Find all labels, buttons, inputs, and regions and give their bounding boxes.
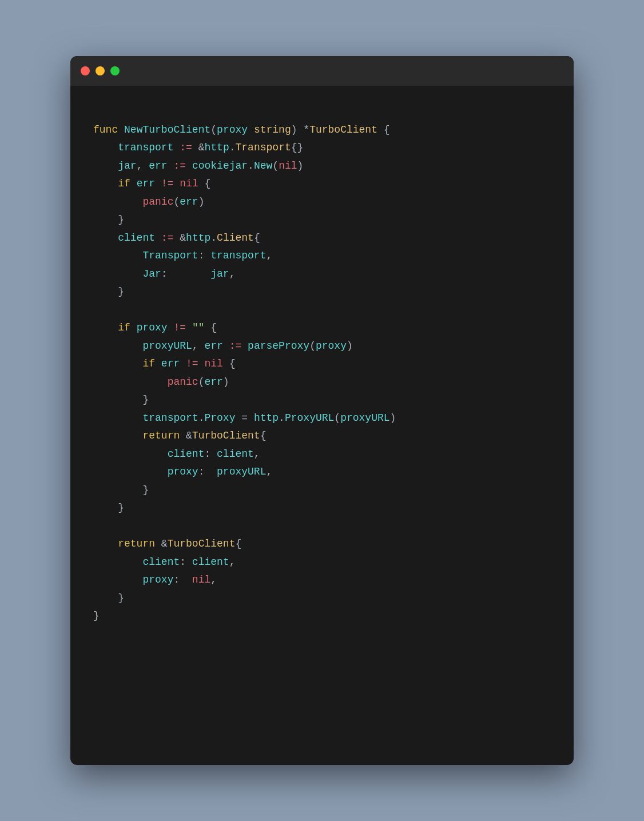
code-block: func NewTurboClient(proxy string) *Turbo… [70,86,574,690]
code-line-10: Jar: jar, [93,265,551,284]
code-line-blank3 [93,625,551,644]
code-line-16: } [93,391,551,409]
code-line-13: proxyURL, err := parseProxy(proxy) [93,337,551,356]
code-line-27: } [93,607,551,625]
titlebar [70,56,574,86]
code-line-15: panic(err) [93,373,551,392]
code-line-5: if err != nil { [93,175,551,193]
code-line-blank2 [93,517,551,536]
code-line-9: Transport: transport, [93,247,551,265]
code-line-19: client: client, [93,445,551,464]
code-line-21: } [93,481,551,500]
code-line-1 [93,103,551,121]
code-line-18: return &TurboClient{ [93,427,551,445]
maximize-button[interactable] [110,66,120,75]
code-line-blank4 [93,643,551,661]
code-line-24: client: client, [93,553,551,572]
code-window: func NewTurboClient(proxy string) *Turbo… [70,56,574,765]
code-line-17: transport.Proxy = http.ProxyURL(proxyURL… [93,409,551,428]
code-line-12: if proxy != "" { [93,319,551,337]
code-line-4: jar, err := cookiejar.New(nil) [93,157,551,176]
code-line-6: panic(err) [93,193,551,212]
minimize-button[interactable] [96,66,105,75]
code-line-11: } [93,283,551,301]
code-line-blank1 [93,301,551,320]
code-line-23: return &TurboClient{ [93,535,551,553]
code-line-26: } [93,589,551,608]
close-button[interactable] [81,66,90,75]
code-line-2: func NewTurboClient(proxy string) *Turbo… [93,121,551,140]
code-line-22: } [93,499,551,517]
code-line-3: transport := &http.Transport{} [93,139,551,157]
code-line-7: } [93,211,551,229]
code-line-14: if err != nil { [93,355,551,373]
code-line-20: proxy: proxyURL, [93,463,551,481]
code-line-8: client := &http.Client{ [93,229,551,248]
code-line-25: proxy: nil, [93,571,551,589]
